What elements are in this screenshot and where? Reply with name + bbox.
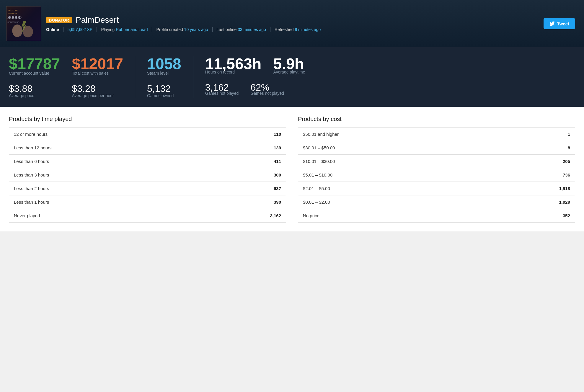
row-value: 1,929: [488, 195, 575, 209]
tweet-button[interactable]: Tweet: [544, 18, 575, 29]
total-cost: $12017: [72, 56, 123, 71]
row-label: Less than 6 hours: [9, 155, 202, 168]
row-label: $50.01 and higher: [298, 128, 488, 141]
svg-rect-8: [6, 6, 41, 41]
table-row: $0.01 – $2.001,929: [298, 195, 575, 209]
table-row: Never played3,162: [9, 209, 286, 223]
playing-stat: Playing Rubber and Lead: [97, 27, 152, 32]
profile-created-value: 10 years ago: [184, 27, 208, 32]
profile-stats-row: Online 5,657,602 XP Playing Rubber and L…: [46, 27, 325, 32]
avatar: ELECTRIC DRAGON 80000 SOMETHING: [6, 6, 41, 41]
refreshed-value: 9 minutes ago: [295, 27, 321, 32]
last-online-stat: Last online 33 minutes ago: [213, 27, 270, 32]
row-value: 110: [202, 128, 286, 141]
avg-price-per-hour-label: Average price per hour: [72, 93, 123, 98]
xp-value: 5,657,602 XP: [68, 27, 93, 32]
hours-col: 11,563h Hours on record 5.9h Average pla…: [193, 56, 311, 98]
row-label: No price: [298, 209, 488, 223]
row-value: 637: [202, 182, 286, 195]
row-value: 411: [202, 155, 286, 168]
products-by-time-table: 12 or more hours110Less than 12 hours139…: [9, 127, 286, 223]
games-not-played-count-label: Games not played: [205, 91, 239, 96]
steam-level-col: 1058 Steam level 5,132 Games owned: [135, 56, 193, 98]
tweet-label: Tweet: [557, 21, 569, 26]
row-value: 352: [488, 209, 575, 223]
table-row: $50.01 and higher1: [298, 128, 575, 141]
avg-price: $3.88: [9, 84, 60, 93]
games-not-played-pct-label: Games not played: [250, 91, 284, 96]
steam-level-label: Steam level: [147, 71, 181, 76]
row-label: $5.01 – $10.00: [298, 168, 488, 182]
avg-playtime-label: Average playtime: [273, 70, 305, 74]
table-row: $30.01 – $50.008: [298, 141, 575, 155]
total-cost-col: $12017 Total cost with sales $3.28 Avera…: [72, 56, 135, 98]
products-by-cost-title: Products by cost: [298, 116, 575, 122]
products-by-cost-table: $50.01 and higher1$30.01 – $50.008$10.01…: [298, 127, 575, 223]
table-row: Less than 6 hours411: [9, 155, 286, 168]
last-online-value: 33 minutes ago: [238, 27, 266, 32]
row-label: Never played: [9, 209, 202, 223]
row-label: Less than 1 hours: [9, 195, 202, 209]
account-value-col: $17787 Current account value $3.88 Avera…: [9, 56, 72, 98]
table-row: Less than 1 hours390: [9, 195, 286, 209]
profile-info: DONATOR PalmDesert Online 5,657,602 XP P…: [46, 15, 325, 32]
avg-playtime: 5.9h: [273, 56, 305, 71]
row-value: 1: [488, 128, 575, 141]
total-cost-label: Total cost with sales: [72, 71, 123, 76]
row-label: Less than 12 hours: [9, 141, 202, 155]
online-text: Online: [46, 27, 59, 32]
playing-label: Playing: [101, 27, 115, 32]
table-row: Less than 2 hours637: [9, 182, 286, 195]
header: ELECTRIC DRAGON 80000 SOMETHING DONATOR …: [0, 0, 584, 47]
row-label: 12 or more hours: [9, 128, 202, 141]
stats-section: $17787 Current account value $3.88 Avera…: [0, 47, 584, 107]
table-row: 12 or more hours110: [9, 128, 286, 141]
profile-name-row: DONATOR PalmDesert: [46, 15, 325, 25]
profile-created-label: Profile created: [156, 27, 183, 32]
hours-on-record: 11,563h: [205, 56, 262, 71]
playing-game: Rubber and Lead: [116, 27, 148, 32]
row-value: 205: [488, 155, 575, 168]
products-by-time-title: Products by time played: [9, 116, 286, 122]
profile-username: PalmDesert: [76, 15, 119, 25]
row-value: 139: [202, 141, 286, 155]
twitter-icon: [549, 21, 555, 26]
row-label: Less than 3 hours: [9, 168, 202, 182]
table-row: Less than 3 hours300: [9, 168, 286, 182]
row-label: $2.01 – $5.00: [298, 182, 488, 195]
donator-badge: DONATOR: [46, 17, 72, 23]
row-value: 8: [488, 141, 575, 155]
row-value: 1,918: [488, 182, 575, 195]
xp-stat: 5,657,602 XP: [63, 27, 97, 32]
row-value: 736: [488, 168, 575, 182]
table-row: $10.01 – $30.00205: [298, 155, 575, 168]
table-row: Less than 12 hours139: [9, 141, 286, 155]
avg-price-per-hour: $3.28: [72, 84, 123, 93]
steam-level: 1058: [147, 56, 181, 71]
row-value: 390: [202, 195, 286, 209]
games-owned-label: Games owned: [147, 93, 181, 98]
row-label: $0.01 – $2.00: [298, 195, 488, 209]
row-label: $10.01 – $30.00: [298, 155, 488, 168]
row-value: 3,162: [202, 209, 286, 223]
table-row: $2.01 – $5.001,918: [298, 182, 575, 195]
account-value: $17787: [9, 56, 60, 71]
row-value: 300: [202, 168, 286, 182]
online-status: Online: [46, 27, 63, 32]
table-row: No price352: [298, 209, 575, 223]
avg-price-label: Average price: [9, 93, 60, 98]
header-left: ELECTRIC DRAGON 80000 SOMETHING DONATOR …: [6, 6, 325, 41]
products-by-cost-section: Products by cost $50.01 and higher1$30.0…: [298, 116, 575, 223]
table-row: $5.01 – $10.00736: [298, 168, 575, 182]
products-by-time-section: Products by time played 12 or more hours…: [9, 116, 286, 223]
main-content: Products by time played 12 or more hours…: [0, 107, 584, 231]
account-value-label: Current account value: [9, 71, 60, 76]
last-online-label: Last online: [217, 27, 237, 32]
refreshed-label: Refreshed: [275, 27, 294, 32]
row-label: $30.01 – $50.00: [298, 141, 488, 155]
games-owned: 5,132: [147, 84, 181, 93]
profile-created-stat: Profile created 10 years ago: [152, 27, 212, 32]
refreshed-stat: Refreshed 9 minutes ago: [270, 27, 325, 32]
row-label: Less than 2 hours: [9, 182, 202, 195]
